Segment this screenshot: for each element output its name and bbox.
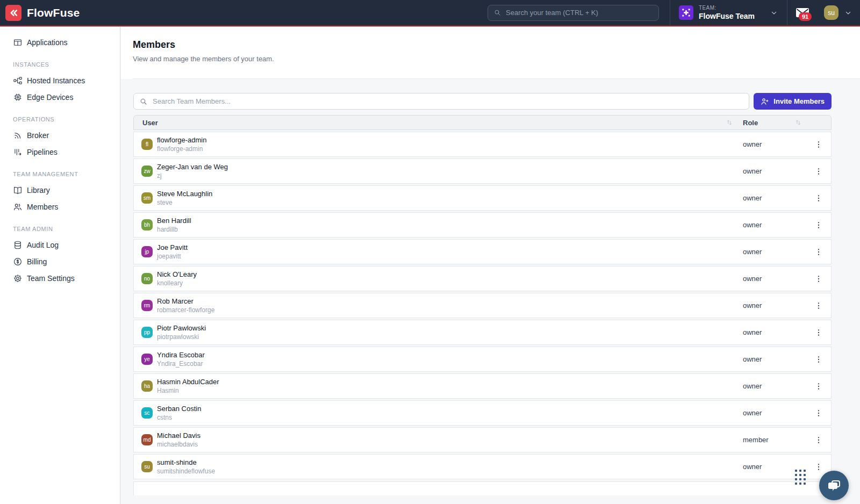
sidebar-item-label: Library <box>27 186 50 195</box>
sidebar-item-label: Broker <box>27 131 49 140</box>
table-row: sc Serban Costin cstns owner <box>133 400 832 426</box>
row-menu-button[interactable] <box>806 221 831 229</box>
table-row: sm Steve McLaughlin steve owner <box>133 185 832 211</box>
chat-widget-button[interactable] <box>819 471 849 500</box>
sort-role-button[interactable] <box>794 119 802 126</box>
table-row: rm Rob Marcer robmarcer-flowforge owner <box>133 293 832 318</box>
avatar: rm <box>141 300 153 311</box>
member-username: robmarcer-flowforge <box>157 306 214 314</box>
member-role: owner <box>743 355 806 363</box>
sort-icon <box>726 119 733 126</box>
member-name: Rob Marcer <box>157 297 214 305</box>
member-role: owner <box>743 140 806 148</box>
member-name: sumit-shinde <box>157 458 215 466</box>
member-role: owner <box>743 194 806 202</box>
team-name: FlowFuse Team <box>699 12 755 20</box>
user-cell: zw Zeger-Jan van de Weg zj <box>134 163 743 179</box>
member-username: knolleary <box>157 279 197 287</box>
member-name: Nick O'Leary <box>157 270 197 278</box>
flowfuse-logo-icon[interactable] <box>5 5 22 21</box>
user-menu[interactable]: su <box>818 0 860 25</box>
sidebar-section: TEAM MANAGEMENT Library Members <box>0 171 120 215</box>
sidebar-section-header: OPERATIONS <box>13 116 112 123</box>
member-name: Joe Pavitt <box>157 243 188 251</box>
user-cell: su sumit-shinde sumitshindeflowfuse <box>134 458 743 475</box>
table-header: User Role <box>133 115 832 130</box>
user-plus-icon <box>761 97 769 106</box>
member-role: owner <box>743 409 806 417</box>
user-cell: ha Hasmin AbdulCader Hasmin <box>134 378 743 394</box>
table-row: jp Joe Pavitt joepavitt owner <box>133 239 832 264</box>
members-icon <box>13 202 23 212</box>
user-cell: sc Serban Costin cstns <box>134 405 743 421</box>
user-cell: rm Rob Marcer robmarcer-flowforge <box>134 297 743 314</box>
avatar: pp <box>141 327 153 338</box>
table-row: ye Yndira Escobar Yndira_Escobar owner <box>133 347 832 372</box>
members-table: fl flowforge-admin flowforge-admin owner… <box>133 132 832 479</box>
kebab-menu-icon <box>814 194 823 203</box>
row-menu-button[interactable] <box>806 167 831 176</box>
row-menu-button[interactable] <box>806 301 831 310</box>
avatar: ye <box>141 354 153 365</box>
row-menu-button[interactable] <box>806 194 831 203</box>
table-row: bh Ben Hardill hardillb owner <box>133 212 832 237</box>
table-row: ha Hasmin AbdulCader Hasmin owner <box>133 373 832 399</box>
avatar: sm <box>141 192 153 204</box>
user-cell: fl flowforge-admin flowforge-admin <box>134 136 743 153</box>
avatar: ha <box>141 380 153 392</box>
member-username: zj <box>157 172 228 179</box>
audit-log-icon <box>13 240 23 250</box>
billing-icon <box>13 257 23 267</box>
sidebar-item-label: Team Settings <box>27 274 75 283</box>
kebab-menu-icon <box>814 301 823 310</box>
member-search-input[interactable] <box>153 97 743 105</box>
member-name: Piotr Pawlowski <box>157 324 206 332</box>
row-menu-button[interactable] <box>806 248 831 256</box>
team-selector[interactable]: TEAM: FlowFuse Team <box>670 0 787 25</box>
table-row: md Michael Davis michaelbdavis member <box>133 427 832 452</box>
sort-user-button[interactable] <box>726 119 733 126</box>
top-navbar: FlowFuse TEAM: FlowFuse Team 91 su <box>0 0 860 25</box>
kebab-menu-icon <box>814 328 823 337</box>
row-menu-button[interactable] <box>806 409 831 417</box>
row-menu-button[interactable] <box>806 382 831 391</box>
row-menu-button[interactable] <box>806 436 831 444</box>
library-icon <box>13 185 23 195</box>
sidebar-item-label: Applications <box>27 38 68 47</box>
user-cell: ye Yndira Escobar Yndira_Escobar <box>134 351 743 368</box>
table-row: zw Zeger-Jan van de Weg zj owner <box>133 159 832 184</box>
sidebar-item-label: Billing <box>27 257 47 266</box>
member-role: owner <box>743 221 806 229</box>
tab-bar <box>133 71 860 79</box>
chevron-down-icon <box>770 9 778 17</box>
kebab-menu-icon <box>814 463 823 471</box>
member-username: hardillb <box>157 226 191 233</box>
pipelines-icon <box>13 147 23 157</box>
row-menu-button[interactable] <box>806 275 831 283</box>
member-username: michaelbdavis <box>157 441 200 448</box>
team-search-input[interactable] <box>506 9 653 17</box>
kebab-menu-icon <box>814 355 823 364</box>
sidebar-section: OPERATIONS Broker Pipelines <box>0 116 120 160</box>
widget-drag-handle[interactable] <box>795 470 806 485</box>
user-cell: no Nick O'Leary knolleary <box>134 270 743 287</box>
notification-badge: 91 <box>799 12 812 21</box>
notifications-button[interactable]: 91 <box>787 0 818 25</box>
member-role: member <box>743 436 806 444</box>
row-menu-button[interactable] <box>806 140 831 149</box>
member-username: joepavitt <box>157 253 188 260</box>
invite-members-button[interactable]: Invite Members <box>754 93 832 110</box>
row-menu-button[interactable] <box>806 328 831 337</box>
row-menu-button[interactable] <box>806 355 831 364</box>
applications-icon <box>13 38 23 47</box>
kebab-menu-icon <box>814 248 823 256</box>
column-header-user: User <box>142 119 158 127</box>
team-label: TEAM: <box>699 5 755 11</box>
table-row: fl flowforge-admin flowforge-admin owner <box>133 132 832 157</box>
member-name: flowforge-admin <box>157 136 207 144</box>
sidebar-item-label: Pipelines <box>27 148 58 156</box>
row-menu-button[interactable] <box>806 463 831 471</box>
table-row: su sumit-shinde sumitshindeflowfuse owne… <box>133 454 832 479</box>
member-name: Steve McLaughlin <box>157 190 212 198</box>
hosted-instances-icon <box>13 76 23 85</box>
